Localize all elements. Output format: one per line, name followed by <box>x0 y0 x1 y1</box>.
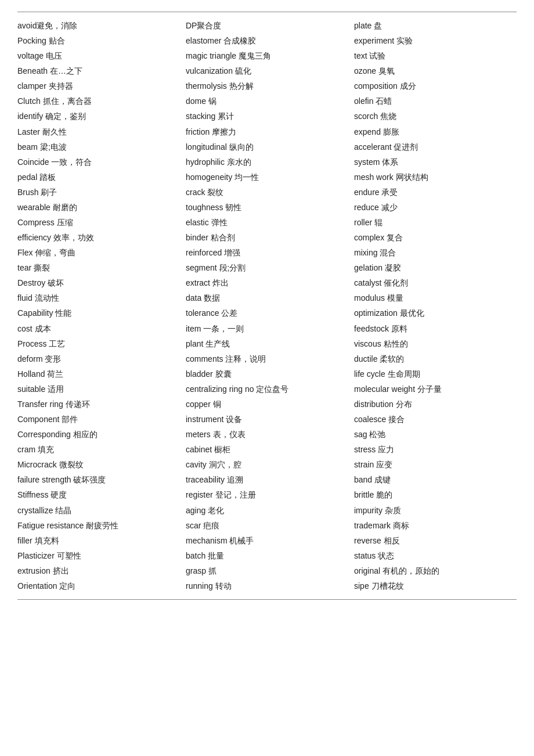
list-item: segment 段;分割 <box>186 260 348 275</box>
list-item: accelerant 促进剂 <box>354 139 517 154</box>
list-item: Transfer ring 传递环 <box>17 397 180 412</box>
list-item: filler 填充料 <box>17 533 180 548</box>
list-item: ozone 臭氧 <box>354 63 517 78</box>
list-item: meters 表，仪表 <box>186 427 348 442</box>
list-item: Microcrack 微裂纹 <box>17 457 180 472</box>
list-item: Fatigue resistance 耐疲劳性 <box>17 518 180 533</box>
list-item: Beneath 在…之下 <box>17 63 180 78</box>
list-item: coalesce 接合 <box>354 412 517 427</box>
list-item: Capability 性能 <box>17 305 180 321</box>
list-item: impurity 杂质 <box>354 503 517 518</box>
list-item: friction 摩擦力 <box>186 124 348 139</box>
vocabulary-grid: avoid避免，消除Pocking 贴合voltage 电压Beneath 在…… <box>17 18 517 593</box>
list-item: text 试验 <box>354 48 517 63</box>
list-item: band 成键 <box>354 472 517 487</box>
col1: avoid避免，消除Pocking 贴合voltage 电压Beneath 在…… <box>17 18 180 593</box>
list-item: Process 工艺 <box>17 336 180 351</box>
list-item: traceability 追溯 <box>186 472 348 487</box>
list-item: suitable 适用 <box>17 381 180 397</box>
list-item: beam 梁;电波 <box>17 139 180 154</box>
list-item: extrusion 挤出 <box>17 563 180 578</box>
list-item: cavity 洞穴，腔 <box>186 457 348 472</box>
list-item: optimization 最优化 <box>354 305 517 321</box>
list-item: reverse 相反 <box>354 533 517 548</box>
list-item: reduce 减少 <box>354 200 517 215</box>
list-item: strain 应变 <box>354 457 517 472</box>
list-item: life cycle 生命周期 <box>354 366 517 381</box>
list-item: Stiffness 硬度 <box>17 487 180 502</box>
list-item: mixing 混合 <box>354 245 517 260</box>
list-item: plate 盘 <box>354 18 517 33</box>
list-item: register 登记，注册 <box>186 487 348 502</box>
list-item: vulcanization 硫化 <box>186 63 348 78</box>
list-item: mechanism 机械手 <box>186 533 348 548</box>
list-item: stress 应力 <box>354 442 517 457</box>
list-item: reinforced 增强 <box>186 245 348 260</box>
list-item: original 有机的，原始的 <box>354 563 517 578</box>
list-item: catalyst 催化剂 <box>354 275 517 290</box>
list-item: data 数据 <box>186 290 348 305</box>
list-item: wearable 耐磨的 <box>17 200 180 215</box>
list-item: expend 膨胀 <box>354 124 517 139</box>
list-item: centralizing ring no 定位盘号 <box>186 381 348 397</box>
list-item: Component 部件 <box>17 412 180 427</box>
list-item: Clutch 抓住，离合器 <box>17 93 180 109</box>
list-item: elastomer 合成橡胶 <box>186 33 348 48</box>
list-item: elastic 弹性 <box>186 215 348 230</box>
list-item: Flex 伸缩，弯曲 <box>17 245 180 260</box>
list-item: sag 松弛 <box>354 427 517 442</box>
list-item: deform 变形 <box>17 351 180 366</box>
list-item: binder 粘合剂 <box>186 230 348 245</box>
list-item: sipe 刀槽花纹 <box>354 578 517 593</box>
list-item: avoid避免，消除 <box>17 18 180 33</box>
list-item: fluid 流动性 <box>17 290 180 305</box>
list-item: Orientation 定向 <box>17 578 180 593</box>
list-item: modulus 模量 <box>354 290 517 305</box>
list-item: Coincide 一致，符合 <box>17 154 180 170</box>
col2: DP聚合度elastomer 合成橡胶magic triangle 魔鬼三角vu… <box>186 18 348 593</box>
list-item: voltage 电压 <box>17 48 180 63</box>
list-item: dome 锅 <box>186 93 348 109</box>
list-item: feedstock 原料 <box>354 321 517 336</box>
list-item: Pocking 贴合 <box>17 33 180 48</box>
list-item: scorch 焦烧 <box>354 109 517 124</box>
list-item: longitudinal 纵向的 <box>186 139 348 154</box>
list-item: clamper 夹持器 <box>17 78 180 93</box>
list-item: grasp 抓 <box>186 563 348 578</box>
list-item: Destroy 破坏 <box>17 275 180 290</box>
list-item: crystallize 结晶 <box>17 503 180 518</box>
list-item: endure 承受 <box>354 185 517 200</box>
list-item: Holland 荷兰 <box>17 366 180 381</box>
list-item: efficiency 效率，功效 <box>17 230 180 245</box>
list-item: ductile 柔软的 <box>354 351 517 366</box>
list-item: hydrophilic 亲水的 <box>186 154 348 170</box>
bottom-divider <box>17 599 517 600</box>
list-item: toughness 韧性 <box>186 200 348 215</box>
list-item: complex 复合 <box>354 230 517 245</box>
list-item: extract 炸出 <box>186 275 348 290</box>
list-item: cabinet 橱柜 <box>186 442 348 457</box>
list-item: bladder 胶囊 <box>186 366 348 381</box>
list-item: experiment 实验 <box>354 33 517 48</box>
list-item: DP聚合度 <box>186 18 348 33</box>
list-item: thermolysis 热分解 <box>186 78 348 93</box>
top-divider <box>17 12 517 12</box>
list-item: Brush 刷子 <box>17 185 180 200</box>
list-item: mesh work 网状结构 <box>354 170 517 185</box>
list-item: status 状态 <box>354 548 517 563</box>
list-item: crack 裂纹 <box>186 185 348 200</box>
list-item: Plasticizer 可塑性 <box>17 548 180 563</box>
list-item: Laster 耐久性 <box>17 124 180 139</box>
list-item: cost 成本 <box>17 321 180 336</box>
list-item: Corresponding 相应的 <box>17 427 180 442</box>
list-item: instrument 设备 <box>186 412 348 427</box>
list-item: brittle 脆的 <box>354 487 517 502</box>
list-item: failure strength 破坏强度 <box>17 472 180 487</box>
col3: plate 盘experiment 实验text 试验ozone 臭氧compo… <box>354 18 517 593</box>
list-item: composition 成分 <box>354 78 517 93</box>
list-item: batch 批量 <box>186 548 348 563</box>
list-item: trademark 商标 <box>354 518 517 533</box>
list-item: molecular weight 分子量 <box>354 381 517 397</box>
list-item: gelation 凝胶 <box>354 260 517 275</box>
list-item: cram 填充 <box>17 442 180 457</box>
